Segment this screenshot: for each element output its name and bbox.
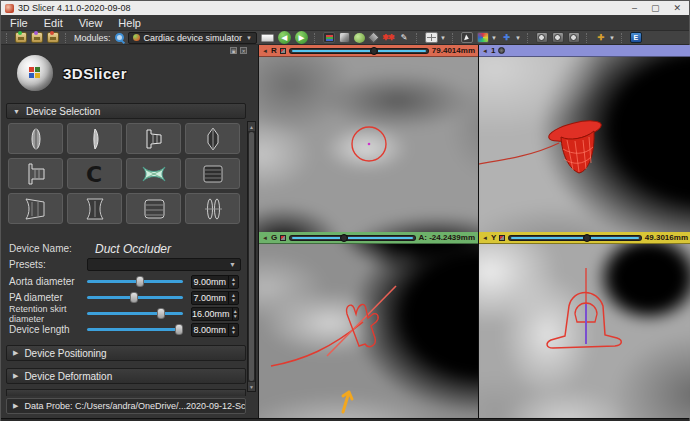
- chevron-down-icon[interactable]: ▼: [491, 35, 497, 41]
- spin-arrows-icon[interactable]: ▲▼: [228, 276, 238, 288]
- chevron-right-icon: ▶: [13, 402, 18, 410]
- scene-view-icon[interactable]: [552, 32, 564, 43]
- aorta-diameter-spinbox[interactable]: 9.00mm▲▼: [191, 275, 239, 289]
- module-list-icon[interactable]: [323, 32, 335, 43]
- toolbar-separator: [314, 33, 317, 43]
- minimize-button[interactable]: –: [632, 1, 637, 15]
- menu-edit[interactable]: Edit: [44, 17, 63, 29]
- chevron-down-icon[interactable]: ▼: [440, 35, 446, 41]
- yellow-slice-viewport[interactable]: ◄ Y 49.3016mm: [479, 232, 690, 418]
- cylinder-mesh-device-icon[interactable]: [185, 158, 240, 189]
- parameter-row: Device length 8.00mm▲▼: [9, 322, 251, 337]
- slice-letter: R: [271, 46, 277, 55]
- retention-skirt-diameter-spinbox[interactable]: 16.00mm▲▼: [191, 307, 239, 321]
- module-search-icon[interactable]: [115, 33, 124, 42]
- red-slice-offset-slider[interactable]: [289, 48, 429, 54]
- layers-icon[interactable]: [367, 31, 380, 44]
- mouse-pointer-icon[interactable]: [461, 32, 473, 43]
- data-probe-bar[interactable]: ▶ Data Probe: C:/Users/andra/OneDrive/..…: [6, 398, 246, 414]
- markups-fiducial-icon[interactable]: ✱✱: [382, 32, 394, 43]
- green-slice-viewport[interactable]: ◄ G A: -24.2439mm: [259, 232, 478, 418]
- svg-text:C: C: [86, 162, 102, 187]
- models-icon[interactable]: [354, 33, 365, 43]
- section-device-positioning[interactable]: ▶ Device Positioning: [6, 345, 246, 361]
- skirted-plug-device-icon[interactable]: [8, 158, 63, 189]
- layout-grid-icon[interactable]: [425, 32, 438, 43]
- extensions-cube-icon[interactable]: [339, 32, 350, 43]
- device-length-slider[interactable]: [87, 328, 183, 331]
- red-slice-controller-bar: ◄ R 79.4014mm: [259, 45, 478, 57]
- param-label: Device length: [9, 324, 87, 335]
- capture-icon[interactable]: [568, 32, 580, 43]
- toolbar-drag-handle[interactable]: [6, 33, 9, 43]
- load-data-icon[interactable]: [31, 32, 43, 43]
- modules-label: Modules:: [74, 33, 111, 43]
- yellow-slice-offset-slider[interactable]: [508, 235, 642, 241]
- back-arrow-icon[interactable]: ◀: [278, 31, 291, 44]
- pin-icon[interactable]: ◄: [482, 48, 488, 54]
- menu-file[interactable]: File: [10, 17, 28, 29]
- mesh-x-device-icon[interactable]: [126, 158, 181, 189]
- red-slice-image[interactable]: [259, 57, 478, 232]
- view-options-icon[interactable]: [498, 47, 505, 54]
- cylinder-device-icon[interactable]: [126, 193, 181, 224]
- menu-view[interactable]: View: [79, 17, 103, 29]
- pa-diameter-slider[interactable]: [87, 296, 183, 299]
- place-point-icon[interactable]: ✛: [595, 32, 607, 43]
- scroll-down-icon[interactable]: ▼: [248, 382, 255, 391]
- scrollbar-thumb[interactable]: [249, 132, 254, 381]
- bicone-device-icon[interactable]: [185, 123, 240, 154]
- toolbar: Modules: Cardiac device simulator ▼ ◀ ▶ …: [1, 31, 689, 45]
- lens-device-icon[interactable]: [67, 123, 122, 154]
- section-device-selection[interactable]: ▼ Device Selection: [6, 103, 246, 119]
- module-history-icon[interactable]: [261, 34, 274, 42]
- extensions-manager-icon[interactable]: E: [630, 32, 642, 43]
- flared-cylinder-device-icon[interactable]: [8, 193, 63, 224]
- c-logo-device-icon[interactable]: C: [67, 158, 122, 189]
- flanged-plug-device-icon[interactable]: [126, 123, 181, 154]
- section-device-deformation[interactable]: ▶ Device Deformation: [6, 368, 246, 384]
- retention-skirt-diameter-slider[interactable]: [87, 312, 183, 315]
- presets-dropdown[interactable]: ▼: [87, 258, 241, 271]
- module-selector[interactable]: Cardiac device simulator ▼: [128, 32, 258, 44]
- pin-icon[interactable]: ◄: [262, 48, 268, 54]
- panel-scrollbar[interactable]: ▲ ▼: [247, 121, 256, 392]
- close-button[interactable]: ✕: [673, 1, 681, 15]
- pin-icon[interactable]: ◄: [262, 235, 268, 241]
- save-scene-icon[interactable]: [47, 32, 59, 43]
- threed-image[interactable]: [479, 57, 690, 232]
- forward-arrow-icon[interactable]: ▶: [295, 31, 308, 44]
- chevron-down-icon[interactable]: ▼: [609, 35, 615, 41]
- device-length-spinbox[interactable]: 8.00mm▲▼: [191, 323, 239, 337]
- pin-icon[interactable]: ◄: [482, 235, 488, 241]
- spin-arrows-icon[interactable]: ▲▼: [232, 308, 238, 320]
- threed-viewport[interactable]: ◄ 1: [479, 45, 690, 232]
- double-disc-device-icon[interactable]: [185, 193, 240, 224]
- slice-layers-icon[interactable]: [280, 48, 286, 54]
- section-partially-hidden[interactable]: [6, 389, 246, 396]
- hourglass-device-icon[interactable]: [67, 193, 122, 224]
- thin-disc-device-icon[interactable]: [8, 123, 63, 154]
- screenshot-icon[interactable]: [536, 32, 548, 43]
- title-bar: 3D Slicer 4.11.0-2020-09-08 – ▢ ✕: [1, 1, 689, 15]
- annotations-pen-icon[interactable]: ✎: [398, 32, 410, 43]
- chevron-down-icon[interactable]: ▼: [515, 35, 521, 41]
- slice-layers-icon[interactable]: [280, 235, 286, 241]
- green-slice-image[interactable]: [259, 244, 478, 418]
- spin-arrows-icon[interactable]: ▲▼: [228, 292, 238, 304]
- green-slice-offset-slider[interactable]: [289, 235, 415, 241]
- red-slice-viewport[interactable]: ◄ R 79.4014mm: [259, 45, 478, 232]
- slicer-logo: 3DSlicer: [1, 45, 258, 101]
- slice-layers-icon[interactable]: [499, 235, 505, 241]
- yellow-slice-image[interactable]: [479, 244, 690, 418]
- presets-row: Presets: ▼: [9, 257, 251, 272]
- load-dicom-icon[interactable]: [15, 32, 27, 43]
- pa-diameter-spinbox[interactable]: 7.00mm▲▼: [191, 291, 239, 305]
- spin-arrows-icon[interactable]: ▲▼: [228, 324, 238, 336]
- maximize-button[interactable]: ▢: [651, 1, 660, 15]
- window-level-icon[interactable]: [477, 32, 489, 43]
- menu-help[interactable]: Help: [118, 17, 141, 29]
- scroll-up-icon[interactable]: ▲: [248, 122, 255, 131]
- crosshair-icon[interactable]: ✚: [501, 32, 513, 43]
- aorta-diameter-slider[interactable]: [87, 280, 183, 283]
